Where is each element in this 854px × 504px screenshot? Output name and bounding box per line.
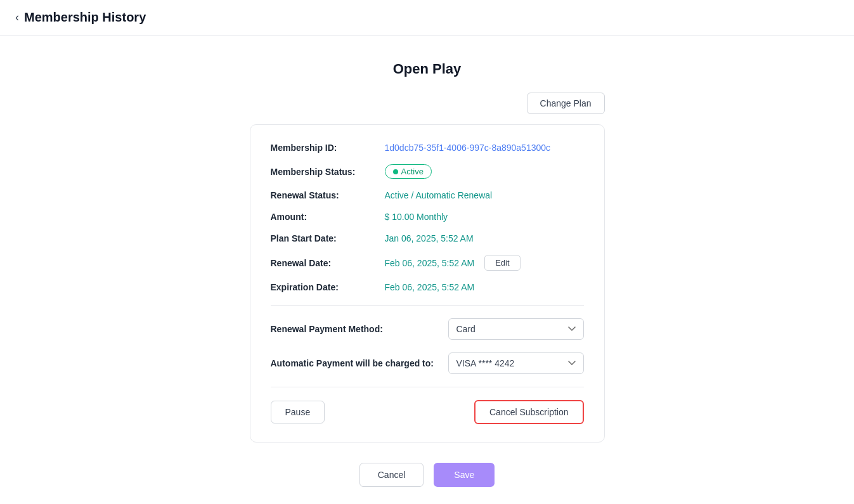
renewal-status-row: Renewal Status: Active / Automatic Renew… [271, 190, 584, 200]
renewal-status-label: Renewal Status: [271, 190, 385, 200]
membership-status-label: Membership Status: [271, 167, 385, 177]
payment-method-label: Renewal Payment Method: [271, 324, 448, 334]
change-plan-row: Change Plan [250, 93, 605, 114]
renewal-date-row: Renewal Date: Feb 06, 2025, 5:52 AM Edit [271, 255, 584, 271]
main-content: Open Play Change Plan Membership ID: 1d0… [0, 36, 854, 504]
info-card: Membership ID: 1d0dcb75-35f1-4006-997c-8… [250, 124, 605, 443]
amount-label: Amount: [271, 212, 385, 222]
cancel-subscription-button[interactable]: Cancel Subscription [474, 400, 584, 424]
renewal-date-label: Renewal Date: [271, 258, 385, 268]
membership-id-value: 1d0dcb75-35f1-4006-997c-8a890a51300c [385, 143, 551, 153]
plan-name: Open Play [393, 61, 462, 77]
payment-method-select[interactable]: Card Cash Check [448, 318, 584, 340]
charge-to-row: Automatic Payment will be charged to: VI… [271, 352, 584, 374]
page-title: Membership History [24, 10, 146, 25]
membership-id-label: Membership ID: [271, 143, 385, 153]
expiration-date-row: Expiration Date: Feb 06, 2025, 5:52 AM [271, 282, 584, 292]
footer-actions: Cancel Save [250, 463, 605, 487]
charge-to-select[interactable]: VISA **** 4242 Mastercard **** 1234 [448, 352, 584, 374]
active-dot [393, 169, 398, 174]
membership-status-row: Membership Status: Active [271, 164, 584, 179]
membership-id-row: Membership ID: 1d0dcb75-35f1-4006-997c-8… [271, 143, 584, 153]
payment-method-row: Renewal Payment Method: Card Cash Check [271, 318, 584, 340]
edit-renewal-date-button[interactable]: Edit [484, 255, 520, 271]
amount-value: $ 10.00 Monthly [385, 212, 448, 222]
back-icon[interactable]: ‹ [15, 11, 19, 24]
expiration-date-value: Feb 06, 2025, 5:52 AM [385, 282, 475, 292]
footer-cancel-button[interactable]: Cancel [359, 463, 424, 487]
renewal-status-value: Active / Automatic Renewal [385, 190, 493, 200]
card-actions: Pause Cancel Subscription [271, 400, 584, 424]
card-divider [271, 305, 584, 306]
page-header: ‹ Membership History [0, 0, 854, 36]
change-plan-button[interactable]: Change Plan [527, 93, 605, 114]
plan-start-row: Plan Start Date: Jan 06, 2025, 5:52 AM [271, 233, 584, 243]
amount-row: Amount: $ 10.00 Monthly [271, 212, 584, 222]
action-divider [271, 387, 584, 387]
plan-start-label: Plan Start Date: [271, 233, 385, 243]
charge-to-label: Automatic Payment will be charged to: [271, 358, 448, 368]
pause-button[interactable]: Pause [271, 401, 325, 423]
footer-save-button[interactable]: Save [434, 463, 495, 487]
status-badge: Active [385, 164, 432, 179]
renewal-date-value: Feb 06, 2025, 5:52 AM [385, 258, 475, 268]
plan-start-value: Jan 06, 2025, 5:52 AM [385, 233, 474, 243]
expiration-date-label: Expiration Date: [271, 282, 385, 292]
status-badge-text: Active [401, 167, 424, 176]
